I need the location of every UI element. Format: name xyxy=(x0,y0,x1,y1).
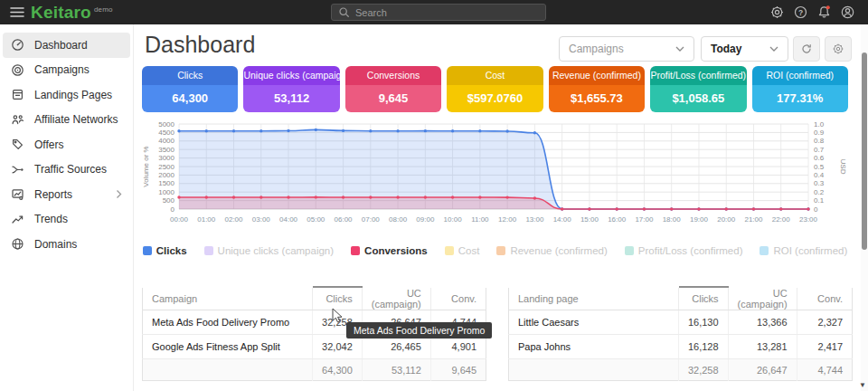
svg-text:23:00: 23:00 xyxy=(799,215,818,224)
svg-text:1000: 1000 xyxy=(158,188,175,196)
metric-value: $597.0760 xyxy=(447,85,542,112)
sidebar-item-offers[interactable]: Offers xyxy=(3,132,130,157)
topbar-icons: ? xyxy=(769,5,855,20)
globe-icon xyxy=(11,237,24,251)
svg-text:08:00: 08:00 xyxy=(389,215,408,224)
chart-legend: Clicks Unique clicks (campaign) Conversi… xyxy=(142,245,848,256)
search-input[interactable] xyxy=(355,7,527,18)
table-row[interactable]: Papa Johns 16,128 13,281 2,417 xyxy=(509,335,853,359)
refresh-icon xyxy=(800,43,813,55)
sidebar-label: Campaigns xyxy=(34,63,90,76)
sidebar-item-traffic-sources[interactable]: Traffic Sources xyxy=(3,157,130,183)
hamburger-menu-icon[interactable] xyxy=(9,5,25,20)
table-row[interactable]: Little Caesars 16,130 13,366 2,327 xyxy=(509,310,853,335)
svg-text:13:00: 13:00 xyxy=(525,215,544,224)
svg-text:4000: 4000 xyxy=(158,137,175,145)
svg-text:00:00: 00:00 xyxy=(170,215,189,224)
campaigns-filter-dropdown[interactable]: Campaigns xyxy=(559,36,694,62)
metric-card-cost: Cost$597.0760 xyxy=(447,66,542,112)
legend-swatch xyxy=(760,246,769,255)
column-header-landing-page[interactable]: Landing page xyxy=(509,287,679,310)
sidebar-item-landings-pages[interactable]: Landings Pages xyxy=(3,82,130,108)
dashboard-settings-button[interactable] xyxy=(825,36,852,62)
svg-text:0: 0 xyxy=(171,205,175,214)
svg-text:5000: 5000 xyxy=(158,120,175,129)
svg-text:0.9: 0.9 xyxy=(814,129,825,137)
sidebar-item-affiliate-networks[interactable]: Affiliate Networks xyxy=(3,108,130,133)
clicks-cell: 16,128 xyxy=(678,335,728,359)
sidebar-item-domains[interactable]: Domains xyxy=(3,232,130,257)
gear-icon xyxy=(832,43,844,55)
svg-text:1500: 1500 xyxy=(158,179,175,187)
svg-text:0.2: 0.2 xyxy=(814,188,825,196)
scroll-down-arrow[interactable]: ▼ xyxy=(859,381,866,389)
total-conv-cell: 9,645 xyxy=(430,359,486,381)
legend-swatch xyxy=(625,246,634,255)
sidebar-item-dashboard[interactable]: Dashboard xyxy=(3,33,130,58)
target-icon xyxy=(11,63,24,77)
legend-item-revenue[interactable]: Revenue (confirmed) xyxy=(496,245,607,256)
legend-label: Unique clicks (campaign) xyxy=(218,245,334,256)
sidebar-label: Traffic Sources xyxy=(34,163,107,176)
conv-cell: 2,417 xyxy=(797,335,852,359)
page-scrollbar[interactable] xyxy=(861,24,868,391)
svg-text:03:00: 03:00 xyxy=(252,215,271,224)
page-icon xyxy=(11,88,24,101)
notifications-bell-icon[interactable] xyxy=(816,5,832,20)
landing-name-cell: Little Caesars xyxy=(509,310,679,335)
svg-text:10:00: 10:00 xyxy=(444,215,463,224)
total-label-cell xyxy=(143,359,313,381)
metric-card-conversions: Conversions9,645 xyxy=(345,66,441,112)
campaign-name-cell: Google Ads Fitness App Split xyxy=(143,335,313,359)
sidebar-label: Trends xyxy=(34,213,68,225)
legend-label: Cost xyxy=(458,245,480,256)
column-header-campaign[interactable]: Campaign xyxy=(143,287,313,310)
metric-value: 9,645 xyxy=(345,85,441,112)
mouse-cursor xyxy=(332,308,344,329)
legend-item-conversions[interactable]: Conversions xyxy=(351,245,428,256)
account-icon[interactable] xyxy=(840,5,855,20)
global-search[interactable] xyxy=(331,4,546,21)
svg-text:18:00: 18:00 xyxy=(663,215,682,224)
column-header-uc-campaign[interactable]: UC (campaign) xyxy=(362,287,430,310)
date-range-dropdown[interactable]: Today xyxy=(701,36,788,62)
legend-item-clicks[interactable]: Clicks xyxy=(143,245,187,256)
sidebar-item-trends[interactable]: Trends xyxy=(3,207,130,233)
column-header-uc-campaign[interactable]: UC (campaign) xyxy=(728,287,797,310)
metric-card-clicks: Clicks64,300 xyxy=(142,66,238,112)
svg-text:0.1: 0.1 xyxy=(814,196,825,205)
keitaro-dashboard-page: Keitarodemo ? Dashboard xyxy=(0,0,868,391)
metric-card-roi: ROI (confirmed)177.31% xyxy=(752,66,848,112)
scrollbar-thumb[interactable] xyxy=(862,52,867,250)
sidebar-label: Offers xyxy=(34,138,63,151)
gauge-icon xyxy=(11,38,24,52)
legend-item-roi[interactable]: ROI (confirmed) xyxy=(760,245,847,256)
help-icon[interactable]: ? xyxy=(793,5,808,20)
keitaro-logo[interactable]: Keitarodemo xyxy=(31,3,113,23)
table-total-row: 64,300 53,112 9,645 xyxy=(143,359,486,381)
refresh-button[interactable] xyxy=(793,36,820,62)
legend-item-unique-clicks[interactable]: Unique clicks (campaign) xyxy=(204,245,334,256)
legend-swatch xyxy=(496,246,505,255)
column-header-clicks[interactable]: Clicks xyxy=(313,287,363,310)
legend-item-cost[interactable]: Cost xyxy=(445,245,480,256)
sidebar-item-campaigns[interactable]: Campaigns xyxy=(3,58,130,83)
legend-label: Revenue (confirmed) xyxy=(510,245,607,256)
sidebar: Dashboard Campaigns Landings Pages Affil… xyxy=(0,24,134,391)
gear-icon[interactable] xyxy=(769,5,785,20)
landing-name-cell: Papa Johns xyxy=(509,335,679,359)
legend-item-profit-loss[interactable]: Profit/Loss (confirmed) xyxy=(625,245,743,256)
column-header-clicks[interactable]: Clicks xyxy=(678,287,728,310)
column-header-conv[interactable]: Conv. xyxy=(797,287,852,310)
top-bar: Keitarodemo ? xyxy=(0,0,868,24)
metric-value: $1,058.65 xyxy=(650,85,746,112)
dashboard-chart[interactable]: 0500100015002000250030003500400045005000… xyxy=(139,119,850,240)
chevron-right-icon xyxy=(116,189,122,199)
notification-dot xyxy=(826,5,830,9)
sidebar-item-reports[interactable]: Reports xyxy=(3,182,130,207)
svg-text:02:00: 02:00 xyxy=(225,215,244,224)
page-title: Dashboard xyxy=(145,32,255,58)
logo-text: Keitaro xyxy=(31,3,91,22)
column-header-conv[interactable]: Conv. xyxy=(430,287,486,310)
main-content: Dashboard Campaigns Today Clicks64,300 U… xyxy=(134,24,862,391)
